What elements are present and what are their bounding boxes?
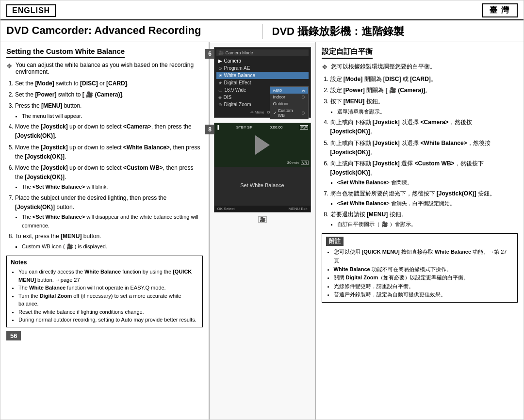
note-5: During normal outdoor recording, setting… [18,316,198,324]
step-3-sub: The menu list will appear. [22,112,203,121]
vf-stby: STBY SP [236,125,253,129]
play-arrow-icon [255,135,270,155]
right-panel: 設定自訂白平衡 ❖ 您可以根據錄製環境調整您要的白平衡。 設定 [Mode] 開… [316,42,524,420]
wb-custom: ✓Custom WB ⊙ [270,107,308,119]
wb-outdoor: Outdoor [270,100,308,107]
step-6: Move the [Joystick] up or down to select… [15,163,203,192]
english-badge: ENGLISH [6,4,56,17]
vf-bottom: 30 min VR [216,161,309,165]
zh-step-6-sub: <Set White Balance> 會閃爍。 [337,178,518,187]
section-title-en: Setting the Custom White Balance [6,47,125,58]
vf-min: 30 min [287,161,299,165]
menu-digital-effect: ★ Digital Effect [216,79,309,86]
note-3: Turn the Digital Zoom off (if necessary)… [18,292,198,308]
step-1: Set the [Mode] switch to [DISC] or [CARD… [15,79,203,88]
step8-badge: 8 [205,125,215,134]
vf-time: 0:00:00 [270,125,283,129]
zh-step-7-sub: <Set White Balance> 會消失，白平衡設定開始。 [337,199,518,208]
vf-body [216,129,309,161]
diamond-icon-zh: ❖ [322,63,328,71]
wb-label: White Balance [224,73,255,78]
header-left: ENGLISH [6,3,262,17]
move-label: ⇔ Move [250,110,264,114]
menu-header: 🎥 Camera Mode [216,49,309,56]
program-ae-icon: ⊙ [218,66,222,71]
step-3: Press the [MENU] button. The menu list w… [15,101,203,120]
wide-icon: ▭ [218,88,223,93]
step-6-sub: The <Set White Balance> will blink. [22,183,203,192]
notes-box-en: Notes You can directly access the White … [6,256,203,327]
de-icon: ★ [218,81,222,85]
zh-step-8: 若要退出請按 [MENU] 按鈕。 自訂白平衡圖示（ 🎥 ）會顯示。 [330,210,518,229]
viewfinder: ▐ STBY SP 0:00:00 RW 30 min VR [214,123,311,167]
vf-status: ▐ STBY SP 0:00:00 RW [216,125,309,129]
camera-mode-icon: 🎥 [218,50,224,55]
step6-badge: 6 [205,49,215,59]
vf-dvd: RW [300,125,309,129]
wb-icon-area: 🎥 [214,215,311,223]
menu-camera: ▶ Camera [216,57,309,65]
step-2: Set the [Power] switch to [ 🎥 (Camera)]. [15,90,203,99]
diamond-icon: ❖ [6,62,13,70]
menu-wb: ☀ White Balance Auto A Indoor ⊙ Outdoor … [216,72,309,79]
zh-step-8-sub: 自訂白平衡圖示（ 🎥 ）會顯示。 [337,220,518,229]
notes-title-en: Notes [11,259,198,266]
step-4: Move the [Joystick] up or down to select… [15,122,203,141]
wb-select-label: OK Select [217,207,235,211]
header-right: 臺 灣 [262,3,518,17]
note-2: The White Balance function will not oper… [18,284,198,292]
section-title-zh: 設定自訂白平衡 [322,47,373,59]
camera-mode-label: Camera Mode [226,50,253,55]
page-number: 56 [6,331,21,340]
wb-exit-label: MENU Exit [288,207,307,211]
main-content: Setting the Custom White Balance ❖ You c… [0,42,524,420]
wb-icon: ☀ [218,73,222,78]
dz-label: Digital Zoom [224,102,251,107]
notes-list-zh: 您可以使用 [QUICK MENU] 按鈕直接存取 White Balance … [326,248,514,299]
wide-label: 16:9 Wide [225,87,246,93]
vf-vr: VR [301,161,309,165]
step-8: To exit, press the [MENU] button. Custom… [15,232,203,251]
camera-arrow: ▶ [218,58,222,64]
zh-step-4: 向上或向下移動 [Joystick] 以選擇 <Camera>，然後按 [Joy… [330,118,518,136]
menu-screen: 🎥 Camera Mode ▶ Camera ⊙ Program AE ☀ [214,47,311,118]
wb-set-screen: ▐ STBY SP 0:00:00 RW 30 min VR [214,123,311,212]
intro-text-en: ❖ You can adjust the white balance as yo… [6,62,203,75]
vf-battery: ▐ [216,125,219,129]
zh-note-2: White Balance 功能不可在簡易拍攝模式下操作。 [334,265,514,274]
intro-content-en: You can adjust the white balance as you … [16,62,203,75]
zh-steps-list: 設定 [Mode] 開關為 [DISC] 或 [CARD]。 設定 [Power… [322,75,518,228]
wb-screen: Set White Balance [214,167,311,206]
zh-step-7: 將白色物體置於所要的燈光下，然後按下 [Joystick(OK)] 按鈕。 <S… [330,189,518,208]
center-panel: 6 🎥 Camera Mode ▶ Camera ⊙ Program AE [209,42,316,420]
zh-step-3-sub: 選單清單將會顯示。 [337,108,518,116]
zh-step-3: 按下 [MENU] 按鈕。 選單清單將會顯示。 [330,97,518,116]
wb-auto: Auto A [270,87,308,94]
dz-icon: ⊕ [218,102,222,107]
notes-box-zh: 附註 您可以使用 [QUICK MENU] 按鈕直接存取 White Balan… [322,233,518,303]
note-1: You can directly access the White Balanc… [18,268,198,284]
header: ENGLISH 臺 灣 [0,0,524,20]
zh-step-1: 設定 [Mode] 開關為 [DISC] 或 [CARD]。 [330,75,518,84]
zh-step-6: 向上或向下移動 [Joystick] 選擇 <Custom WB>，然後按下 [… [330,159,518,187]
program-ae-label: Program AE [224,65,250,71]
de-label: Digital Effect [224,80,251,85]
left-panel: Setting the Custom White Balance ❖ You c… [0,42,209,420]
wb-screen-text: Set White Balance [240,182,284,188]
note-4: Reset the white balance if lighting cond… [18,308,198,316]
menu-program-ae: ⊙ Program AE [216,65,309,72]
wb-indoor: Indoor ⊙ [270,94,308,100]
title-row: DVD Camcorder: Advanced Recording DVD 攝錄… [0,20,524,42]
checkmark: ✓ [273,111,277,115]
step-7: Place the subject under the desired ligh… [15,194,203,230]
zh-note-1: 您可以使用 [QUICK MENU] 按鈕直接存取 White Balance … [334,248,514,265]
taiwan-badge: 臺 灣 [482,3,518,17]
title-left: DVD Camcorder: Advanced Recording [6,24,262,39]
zh-note-5: 普通戶外錄製時，設定為自動可提供更佳效果。 [334,291,514,299]
page: ENGLISH 臺 灣 DVD Camcorder: Advanced Reco… [0,0,524,420]
title-right: DVD 攝錄放影機：進階錄製 [262,24,518,39]
wb-row-container: ☀ White Balance Auto A Indoor ⊙ Outdoor … [216,72,309,79]
dis-label: DIS [224,95,232,100]
zh-intro: ❖ 您可以根據錄製環境調整您要的白平衡。 [322,63,518,71]
step-7-sub: The <Set White Balance> will disappear a… [22,213,203,230]
